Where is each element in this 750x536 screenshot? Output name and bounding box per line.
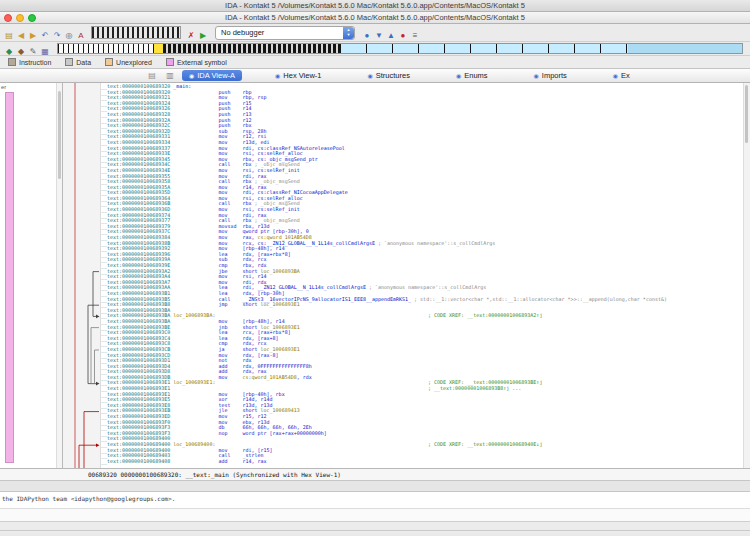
navigation-band[interactable] bbox=[57, 43, 743, 54]
text-a-icon[interactable]: A bbox=[75, 30, 87, 42]
legend-label: Instruction bbox=[19, 59, 51, 66]
jump-arrow-gutter bbox=[63, 83, 101, 468]
functions-scrollbar-thumb[interactable] bbox=[58, 91, 61, 179]
colors-icon[interactable]: ▦ bbox=[39, 46, 51, 58]
navband-segment[interactable] bbox=[163, 44, 341, 53]
main-area: er __text:0000000100689320 _main:__text:… bbox=[0, 83, 750, 468]
combo-arrows-icon[interactable]: ▲▼ bbox=[343, 27, 354, 39]
tab-label: Hex View-1 bbox=[283, 71, 321, 80]
legend-item: Unexplored bbox=[105, 58, 152, 66]
command-input-line[interactable] bbox=[0, 508, 750, 521]
document-title: IDA - Kontakt 5 /Volumes/Kontakt 5.6.0 M… bbox=[225, 13, 525, 22]
asm-token: loc_1006893E1: bbox=[170, 379, 215, 385]
traffic-lights bbox=[4, 14, 36, 22]
app-titlebar: IDA - Kontakt 5 /Volumes/Kontakt 5.6.0 M… bbox=[0, 0, 750, 12]
output-window[interactable]: the IDAPython team <idapython@googlegrou… bbox=[0, 492, 750, 508]
window-list-icon[interactable]: ▥ bbox=[164, 70, 176, 82]
tab-label: IDA View-A bbox=[197, 71, 235, 80]
view-tabbar: ▤▥◉IDA View-A◉Hex View-1◉Structures◉Enum… bbox=[0, 69, 750, 83]
document-titlebar: IDA - Kontakt 5 /Volumes/Kontakt 5.6.0 M… bbox=[0, 12, 750, 24]
tab-icon: ◉ bbox=[189, 72, 194, 79]
toolbar-button-cluster[interactable] bbox=[91, 26, 181, 39]
asm-line[interactable]: __text:0000000100689408 add r14, rax bbox=[101, 459, 743, 465]
asm-token: add r14, rax bbox=[170, 458, 266, 464]
legend-label: External symbol bbox=[177, 59, 227, 66]
legend-swatch bbox=[65, 58, 73, 66]
asm-token: __text:0000000100689408 bbox=[101, 458, 170, 464]
functions-panel[interactable]: er bbox=[0, 83, 63, 468]
legend-label: Data bbox=[76, 59, 91, 66]
status-strip bbox=[0, 521, 750, 530]
tab-icon: ◉ bbox=[534, 72, 539, 79]
functions-scrollbar[interactable] bbox=[56, 83, 62, 468]
asm-token: loc_1006893E1 bbox=[261, 301, 300, 307]
navigation-toolbar: ◆◆✎▦ bbox=[0, 42, 750, 56]
listing-scrollbar-thumb[interactable] bbox=[745, 85, 748, 143]
navband-segment[interactable] bbox=[154, 44, 163, 53]
edit-icon[interactable]: ✎ bbox=[27, 46, 39, 58]
dock-splitter[interactable] bbox=[0, 480, 750, 492]
functions-rows[interactable] bbox=[5, 92, 14, 463]
tab-structures[interactable]: ◉Structures bbox=[361, 70, 417, 81]
redo-icon[interactable]: ↷ bbox=[51, 30, 63, 42]
disassembly-status-line: 00689320 0000000100689320: __text:_main … bbox=[0, 468, 750, 480]
tab-label: Enums bbox=[464, 71, 487, 80]
legend-swatch bbox=[166, 58, 174, 66]
asm-token: nop word ptr [rax+rax+00000000h] bbox=[170, 430, 327, 436]
asm-token: ; std::__1::vector<char *,std::__1::allo… bbox=[411, 296, 667, 302]
legend-swatch bbox=[105, 58, 113, 66]
tab-ex[interactable]: ◉Ex bbox=[606, 70, 637, 81]
step-into-icon[interactable]: ▼ bbox=[373, 30, 385, 42]
tab-icon: ◉ bbox=[275, 72, 280, 79]
tab-enums[interactable]: ◉Enums bbox=[449, 70, 495, 81]
breakpoint-icon[interactable]: ● bbox=[397, 30, 409, 42]
debugger-select-value: No debugger bbox=[216, 28, 343, 37]
tab-ida-view-a[interactable]: ◉IDA View-A bbox=[182, 70, 242, 81]
jump-arrows bbox=[63, 83, 100, 468]
ida-window: IDA - Kontakt 5 /Volumes/Kontakt 5.6.0 M… bbox=[0, 0, 750, 536]
tab-icon: ◉ bbox=[613, 72, 618, 79]
main-toolbar: ▤◀▶↶↷◎A ✗▶ No debugger ▲▼ ●▼▲●≡ bbox=[0, 24, 750, 42]
legend-swatch bbox=[8, 58, 16, 66]
navband-legend: InstructionDataUnexploredExternal symbol bbox=[0, 56, 750, 69]
functions-panel-header: er bbox=[1, 84, 6, 90]
close-button[interactable] bbox=[4, 14, 12, 22]
tab-hex-view-1[interactable]: ◉Hex View-1 bbox=[268, 70, 328, 81]
zoom-button[interactable] bbox=[28, 14, 36, 22]
legend-item: Data bbox=[65, 58, 91, 66]
legend-item: Instruction bbox=[8, 58, 51, 66]
script-icon[interactable]: ≡ bbox=[409, 30, 421, 42]
asm-token: cs:qword_101AB54D8 bbox=[243, 374, 297, 380]
next-function-icon[interactable]: ◆ bbox=[15, 46, 27, 58]
prev-function-icon[interactable]: ◆ bbox=[3, 46, 15, 58]
toolbar-mid-icons: ✗▶ bbox=[185, 24, 209, 42]
tab-icon: ◉ bbox=[368, 72, 373, 79]
navband-segment[interactable] bbox=[58, 44, 154, 53]
listing-scrollbar[interactable] bbox=[743, 83, 750, 468]
disassembly-listing[interactable]: __text:0000000100689320 _main:__text:000… bbox=[101, 83, 743, 468]
output-last-line: the IDAPython team <idapython@googlegrou… bbox=[2, 495, 175, 502]
navband-segment[interactable] bbox=[340, 44, 627, 53]
cancel-icon[interactable]: ✗ bbox=[185, 30, 197, 42]
step-over-icon[interactable]: ▲ bbox=[385, 30, 397, 42]
debugger-options-icon[interactable]: ● bbox=[361, 30, 373, 42]
search-icon[interactable]: ◎ bbox=[63, 30, 75, 42]
debugger-select[interactable]: No debugger ▲▼ bbox=[215, 26, 355, 40]
asm-token: jmp short bbox=[170, 301, 260, 307]
toolbar-right-icons: ●▼▲●≡ bbox=[361, 24, 421, 42]
asm-token: ; `anonymous namespace'::s_collCmdlArgs bbox=[375, 240, 495, 246]
asm-token: ; `anonymous namespace'::s_collCmdlArgs bbox=[366, 284, 486, 290]
legend-item: External symbol bbox=[166, 58, 227, 66]
run-icon[interactable]: ▶ bbox=[197, 30, 209, 42]
navband-segment[interactable] bbox=[628, 44, 742, 53]
app-title: IDA - Kontakt 5 /Volumes/Kontakt 5.6.0 M… bbox=[225, 1, 525, 10]
nav-toolbar-icons: ◆◆✎▦ bbox=[3, 40, 51, 58]
tab-icon: ◉ bbox=[456, 72, 461, 79]
legend-label: Unexplored bbox=[116, 59, 152, 66]
status-bar: GB bbox=[0, 530, 750, 536]
minimize-button[interactable] bbox=[16, 14, 24, 22]
tab-imports[interactable]: ◉Imports bbox=[527, 70, 574, 81]
dock-panels-icon[interactable]: ▤ bbox=[146, 70, 158, 82]
tab-label: Imports bbox=[542, 71, 567, 80]
asm-token: , rdx bbox=[297, 374, 312, 380]
